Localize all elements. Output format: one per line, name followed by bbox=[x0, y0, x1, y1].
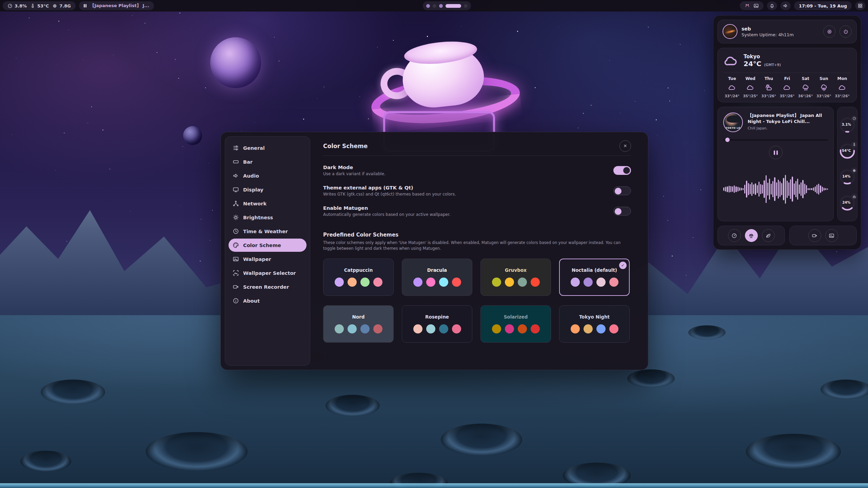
scheme-name: Dracula bbox=[427, 267, 447, 273]
sidebar-item-about[interactable]: About bbox=[229, 294, 307, 307]
waveform-bar bbox=[804, 184, 805, 194]
waveform-bar bbox=[743, 188, 744, 190]
sidebar-item-color-scheme[interactable]: Color Scheme bbox=[229, 239, 307, 252]
waveform-bar bbox=[778, 180, 779, 199]
powersaver-profile-button[interactable] bbox=[762, 229, 775, 242]
sidebar-item-label: Color Scheme bbox=[243, 243, 281, 248]
waveform-bar bbox=[757, 185, 758, 193]
forecast-day-fri: Fri35°/26° bbox=[778, 76, 796, 98]
scheme-card-gruvbox[interactable]: Gruvbox bbox=[480, 259, 551, 296]
forecast-day-sun: Sun33°/26° bbox=[815, 76, 833, 98]
clock-pill[interactable]: 17:09 - Tue, 19 Aug bbox=[794, 1, 852, 10]
swatch-1 bbox=[492, 324, 501, 333]
waveform-bar bbox=[758, 182, 760, 197]
notifications-button[interactable] bbox=[767, 1, 777, 10]
sidebar-item-time-weather[interactable]: Time & Weather bbox=[229, 225, 307, 238]
seek-knob[interactable] bbox=[725, 138, 730, 142]
sidebar-item-wallpaper[interactable]: Wallpaper bbox=[229, 252, 307, 266]
wallpaper-tray-icon[interactable] bbox=[753, 3, 759, 8]
media-pill[interactable]: 【Japanese Playlist】 J... bbox=[79, 1, 154, 10]
user-meta: seb System Uptime: 4h11m bbox=[742, 26, 819, 37]
media-row: TOKYO LO 【Japanese Playlist】 Japan All N… bbox=[717, 107, 857, 221]
toggle-enable-matugen[interactable] bbox=[613, 207, 631, 216]
toggle-theme-external-apps-gtk-qt[interactable] bbox=[613, 186, 631, 195]
forecast-row: Tue33°/24°Wed35°/25°Thu33°/26°Fri35°/26°… bbox=[723, 76, 851, 98]
scheme-card-dracula[interactable]: Dracula bbox=[402, 259, 472, 296]
sidebar-item-wallpaper-selector[interactable]: Wallpaper Selector bbox=[229, 266, 307, 280]
scheme-name: Gruvbox bbox=[505, 267, 527, 273]
waveform-bar bbox=[774, 177, 775, 201]
workspace-3-occupied[interactable] bbox=[439, 4, 443, 8]
scheme-card-rosepine[interactable]: Rosepine bbox=[402, 305, 472, 343]
media-player-card: TOKYO LO 【Japanese Playlist】 Japan All N… bbox=[717, 107, 834, 221]
settings-button[interactable] bbox=[823, 25, 835, 38]
seek-bar[interactable] bbox=[723, 138, 828, 142]
performance-profile-button[interactable] bbox=[728, 229, 741, 242]
setting-row-dark-mode: Dark Mode Use a dark variant if availabl… bbox=[323, 165, 631, 176]
workspace-1-occupied[interactable] bbox=[426, 4, 430, 8]
screen-record-button[interactable] bbox=[808, 229, 821, 242]
control-center: seb System Uptime: 4h11m Tokyo 24°C (GMT… bbox=[713, 15, 861, 250]
clock-label: 17:09 - Tue, 19 Aug bbox=[799, 3, 847, 8]
gauge-badge bbox=[851, 194, 857, 200]
waveform-bar bbox=[820, 185, 821, 193]
gauge-value: 3.1% bbox=[839, 123, 853, 126]
app-launcher-button[interactable] bbox=[855, 1, 865, 10]
waveform-bar bbox=[822, 187, 823, 191]
setting-description: Use a dark variant if available. bbox=[323, 171, 386, 176]
system-stats-pill[interactable]: 3.8% 53°C 7.8G bbox=[3, 1, 76, 10]
sidebar-item-display[interactable]: Display bbox=[229, 183, 307, 196]
workspace-5-empty[interactable] bbox=[464, 4, 468, 8]
forecast-day-wed: Wed35°/25° bbox=[742, 76, 759, 98]
sidebar-item-label: Screen Recorder bbox=[243, 284, 289, 290]
waveform-bar bbox=[744, 185, 745, 194]
sidebar-item-general[interactable]: General bbox=[229, 141, 307, 155]
sidebar-item-label: General bbox=[243, 145, 265, 151]
system-uptime: System Uptime: 4h11m bbox=[742, 32, 819, 37]
sidebar-item-screen-recorder[interactable]: Screen Recorder bbox=[229, 280, 307, 293]
weather-timezone: (GMT+9) bbox=[764, 63, 781, 67]
waveform-bar bbox=[818, 184, 819, 195]
power-button[interactable] bbox=[840, 25, 852, 38]
waveform-bar bbox=[734, 185, 735, 193]
close-button[interactable]: ✕ bbox=[619, 140, 631, 152]
system-tray-pill[interactable] bbox=[740, 1, 764, 10]
waveform-bar bbox=[746, 181, 747, 197]
wallpaper-button[interactable] bbox=[825, 229, 838, 242]
waveform-bar bbox=[748, 183, 749, 195]
waveform-bar bbox=[735, 186, 736, 192]
sidebar-item-audio[interactable]: Audio bbox=[229, 169, 307, 182]
sidebar-item-network[interactable]: Network bbox=[229, 197, 307, 210]
scheme-name: Noctalia (default) bbox=[572, 267, 617, 273]
scheme-card-catppuccin[interactable]: Catppuccin bbox=[323, 259, 394, 296]
toggle-dark-mode[interactable] bbox=[613, 166, 631, 175]
workspace-indicator[interactable] bbox=[423, 1, 471, 10]
predefined-schemes-section: Predefined Color Schemes These color sch… bbox=[323, 232, 631, 252]
workspace-2-empty[interactable] bbox=[433, 4, 436, 8]
waveform-bar bbox=[788, 182, 789, 196]
waveform-bar bbox=[764, 180, 765, 198]
gauge-gauge: 3.1% bbox=[839, 117, 855, 133]
weather-temp: 24°C bbox=[744, 60, 762, 68]
balanced-profile-button[interactable] bbox=[745, 229, 758, 242]
swatch-4 bbox=[373, 324, 382, 333]
sidebar-item-label: Wallpaper bbox=[243, 257, 271, 262]
play-pause-button[interactable] bbox=[769, 146, 783, 159]
scheme-card-solarized[interactable]: Solarized bbox=[480, 305, 551, 343]
network-icon bbox=[233, 200, 239, 207]
volume-button[interactable] bbox=[781, 1, 791, 10]
sidebar-item-label: Audio bbox=[243, 173, 259, 179]
waveform-bar bbox=[729, 186, 730, 192]
disk-icon bbox=[852, 195, 856, 199]
cat-tray-icon[interactable] bbox=[745, 3, 750, 8]
waveform-bar bbox=[790, 179, 791, 199]
scheme-card-nord[interactable]: Nord bbox=[323, 305, 394, 343]
sidebar-item-brightness[interactable]: Brightness bbox=[229, 211, 307, 224]
memory-stat: 7.8G bbox=[52, 3, 71, 8]
section-title: Predefined Color Schemes bbox=[323, 232, 631, 238]
sidebar-item-bar[interactable]: Bar bbox=[229, 155, 307, 168]
scheme-card-noctalia-default[interactable]: Noctalia (default) ✓ bbox=[559, 259, 630, 296]
section-description: These color schemes only apply when 'Use… bbox=[323, 240, 631, 252]
workspace-4-active[interactable] bbox=[446, 4, 461, 8]
scheme-card-tokyo-night[interactable]: Tokyo Night bbox=[559, 305, 630, 343]
